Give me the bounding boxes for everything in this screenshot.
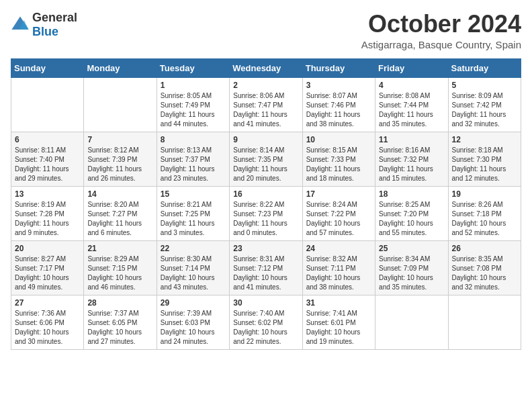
calendar-week-row: 1Sunrise: 8:05 AMSunset: 7:49 PMDaylight…: [11, 77, 521, 132]
calendar-cell: 24Sunrise: 8:32 AMSunset: 7:11 PMDayligh…: [302, 240, 375, 295]
calendar-cell: 28Sunrise: 7:37 AMSunset: 6:05 PMDayligh…: [84, 295, 157, 349]
day-number: 9: [233, 135, 298, 144]
calendar-cell: 30Sunrise: 7:40 AMSunset: 6:02 PMDayligh…: [230, 295, 302, 349]
calendar-cell: 21Sunrise: 8:29 AMSunset: 7:15 PMDayligh…: [84, 240, 157, 295]
logo-icon: [11, 15, 30, 34]
day-info: Sunrise: 7:41 AMSunset: 6:01 PMDaylight:…: [306, 309, 371, 347]
calendar-week-row: 27Sunrise: 7:36 AMSunset: 6:06 PMDayligh…: [11, 295, 521, 349]
calendar-cell: 9Sunrise: 8:14 AMSunset: 7:35 PMDaylight…: [230, 132, 302, 186]
day-info: Sunrise: 8:30 AMSunset: 7:14 PMDaylight:…: [161, 255, 226, 292]
day-number: 27: [15, 298, 80, 308]
calendar-day-header: Sunday: [11, 58, 84, 77]
day-number: 15: [161, 189, 226, 199]
calendar-cell: 5Sunrise: 8:09 AMSunset: 7:42 PMDaylight…: [448, 77, 521, 132]
calendar-cell: 23Sunrise: 8:31 AMSunset: 7:12 PMDayligh…: [230, 240, 302, 295]
page-title: October 2024: [361, 11, 521, 38]
calendar-day-header: Thursday: [302, 58, 375, 77]
day-number: 7: [87, 135, 152, 144]
day-info: Sunrise: 8:22 AMSunset: 7:23 PMDaylight:…: [233, 200, 298, 238]
day-info: Sunrise: 8:11 AMSunset: 7:40 PMDaylight:…: [15, 146, 80, 183]
page-header: General Blue October 2024 Astigarraga, B…: [11, 11, 521, 50]
calendar-cell: 8Sunrise: 8:13 AMSunset: 7:37 PMDaylight…: [157, 132, 229, 186]
calendar-cell: 22Sunrise: 8:30 AMSunset: 7:14 PMDayligh…: [157, 240, 229, 295]
day-number: 4: [379, 81, 444, 90]
day-number: 29: [161, 298, 226, 308]
calendar-cell: 14Sunrise: 8:20 AMSunset: 7:27 PMDayligh…: [84, 186, 157, 240]
day-info: Sunrise: 7:37 AMSunset: 6:05 PMDaylight:…: [87, 309, 152, 347]
day-info: Sunrise: 8:14 AMSunset: 7:35 PMDaylight:…: [233, 146, 298, 183]
calendar-cell: 19Sunrise: 8:26 AMSunset: 7:18 PMDayligh…: [448, 186, 521, 240]
day-info: Sunrise: 8:05 AMSunset: 7:49 PMDaylight:…: [161, 91, 226, 129]
day-info: Sunrise: 8:27 AMSunset: 7:17 PMDaylight:…: [15, 255, 80, 292]
day-info: Sunrise: 8:08 AMSunset: 7:44 PMDaylight:…: [379, 91, 444, 129]
calendar-day-header: Tuesday: [157, 58, 229, 77]
day-info: Sunrise: 7:36 AMSunset: 6:06 PMDaylight:…: [15, 309, 80, 347]
day-info: Sunrise: 8:12 AMSunset: 7:39 PMDaylight:…: [87, 146, 152, 183]
calendar-cell: 31Sunrise: 7:41 AMSunset: 6:01 PMDayligh…: [302, 295, 375, 349]
day-info: Sunrise: 8:13 AMSunset: 7:37 PMDaylight:…: [161, 146, 226, 183]
logo-text: General Blue: [32, 11, 77, 39]
day-info: Sunrise: 8:07 AMSunset: 7:46 PMDaylight:…: [306, 91, 371, 129]
day-number: 18: [379, 189, 444, 199]
calendar-cell: [448, 295, 521, 349]
day-number: 24: [306, 244, 371, 253]
day-info: Sunrise: 8:31 AMSunset: 7:12 PMDaylight:…: [233, 255, 298, 292]
day-number: 25: [379, 244, 444, 253]
calendar-cell: 27Sunrise: 7:36 AMSunset: 6:06 PMDayligh…: [11, 295, 84, 349]
day-number: 2: [233, 81, 298, 90]
calendar-cell: 1Sunrise: 8:05 AMSunset: 7:49 PMDaylight…: [157, 77, 229, 132]
day-number: 14: [87, 189, 152, 199]
calendar-cell: 29Sunrise: 7:39 AMSunset: 6:03 PMDayligh…: [157, 295, 229, 349]
calendar-cell: 13Sunrise: 8:19 AMSunset: 7:28 PMDayligh…: [11, 186, 84, 240]
calendar-cell: 7Sunrise: 8:12 AMSunset: 7:39 PMDaylight…: [84, 132, 157, 186]
calendar-cell: [11, 77, 84, 132]
day-info: Sunrise: 8:15 AMSunset: 7:33 PMDaylight:…: [306, 146, 371, 183]
day-number: 16: [233, 189, 298, 199]
day-info: Sunrise: 7:40 AMSunset: 6:02 PMDaylight:…: [233, 309, 298, 347]
calendar-cell: [375, 295, 448, 349]
day-number: 26: [452, 244, 517, 253]
calendar-cell: 18Sunrise: 8:25 AMSunset: 7:20 PMDayligh…: [375, 186, 448, 240]
day-number: 31: [306, 298, 371, 308]
calendar-cell: 4Sunrise: 8:08 AMSunset: 7:44 PMDaylight…: [375, 77, 448, 132]
logo-general: General: [32, 11, 77, 24]
day-info: Sunrise: 8:06 AMSunset: 7:47 PMDaylight:…: [233, 91, 298, 129]
calendar-header: SundayMondayTuesdayWednesdayThursdayFrid…: [11, 58, 521, 77]
logo: General Blue: [11, 11, 77, 39]
day-number: 8: [161, 135, 226, 144]
day-info: Sunrise: 7:39 AMSunset: 6:03 PMDaylight:…: [161, 309, 226, 347]
day-number: 19: [452, 189, 517, 199]
day-number: 21: [87, 244, 152, 253]
day-number: 1: [161, 81, 226, 90]
calendar-header-row: SundayMondayTuesdayWednesdayThursdayFrid…: [11, 58, 521, 77]
day-info: Sunrise: 8:18 AMSunset: 7:30 PMDaylight:…: [452, 146, 517, 183]
page-subtitle: Astigarraga, Basque Country, Spain: [361, 39, 521, 50]
day-info: Sunrise: 8:34 AMSunset: 7:09 PMDaylight:…: [379, 255, 444, 292]
day-number: 10: [306, 135, 371, 144]
calendar-body: 1Sunrise: 8:05 AMSunset: 7:49 PMDaylight…: [11, 77, 521, 349]
calendar-cell: 15Sunrise: 8:21 AMSunset: 7:25 PMDayligh…: [157, 186, 229, 240]
day-info: Sunrise: 8:19 AMSunset: 7:28 PMDaylight:…: [15, 200, 80, 238]
calendar-cell: 10Sunrise: 8:15 AMSunset: 7:33 PMDayligh…: [302, 132, 375, 186]
calendar-week-row: 6Sunrise: 8:11 AMSunset: 7:40 PMDaylight…: [11, 132, 521, 186]
calendar-day-header: Friday: [375, 58, 448, 77]
day-info: Sunrise: 8:20 AMSunset: 7:27 PMDaylight:…: [87, 200, 152, 238]
calendar-day-header: Monday: [84, 58, 157, 77]
calendar-cell: 11Sunrise: 8:16 AMSunset: 7:32 PMDayligh…: [375, 132, 448, 186]
calendar-cell: 12Sunrise: 8:18 AMSunset: 7:30 PMDayligh…: [448, 132, 521, 186]
day-number: 23: [233, 244, 298, 253]
day-info: Sunrise: 8:35 AMSunset: 7:08 PMDaylight:…: [452, 255, 517, 292]
day-info: Sunrise: 8:24 AMSunset: 7:22 PMDaylight:…: [306, 200, 371, 238]
logo-blue: Blue: [32, 25, 58, 38]
calendar-cell: 26Sunrise: 8:35 AMSunset: 7:08 PMDayligh…: [448, 240, 521, 295]
calendar-cell: 6Sunrise: 8:11 AMSunset: 7:40 PMDaylight…: [11, 132, 84, 186]
day-number: 20: [15, 244, 80, 253]
day-info: Sunrise: 8:32 AMSunset: 7:11 PMDaylight:…: [306, 255, 371, 292]
calendar-week-row: 13Sunrise: 8:19 AMSunset: 7:28 PMDayligh…: [11, 186, 521, 240]
calendar-cell: 16Sunrise: 8:22 AMSunset: 7:23 PMDayligh…: [230, 186, 302, 240]
calendar-cell: [84, 77, 157, 132]
day-number: 12: [452, 135, 517, 144]
day-number: 30: [233, 298, 298, 308]
day-number: 5: [452, 81, 517, 90]
day-number: 13: [15, 189, 80, 199]
